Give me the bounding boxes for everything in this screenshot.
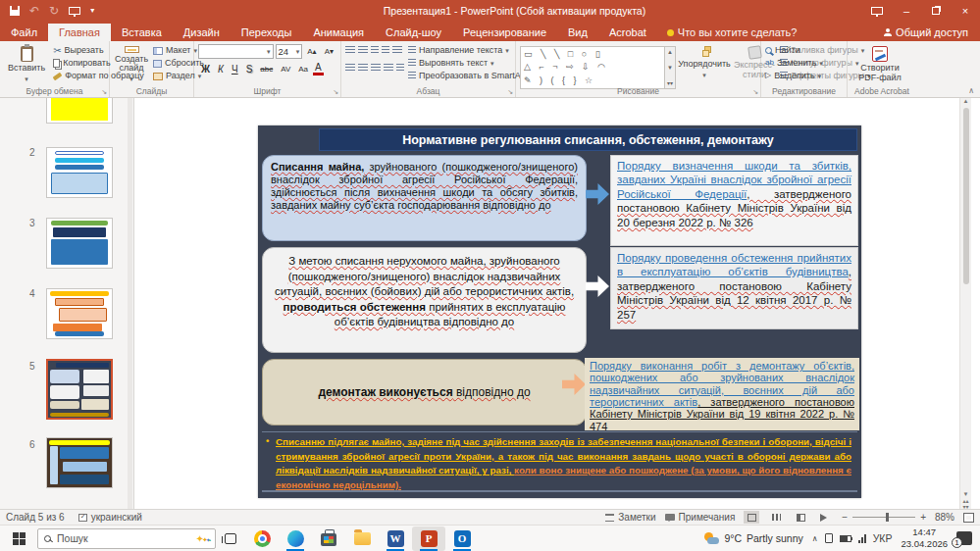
redo-icon[interactable]: ↻ <box>49 5 59 17</box>
zoom-slider[interactable] <box>852 517 915 518</box>
file-explorer-taskbar-button[interactable] <box>345 526 379 551</box>
font-name-select[interactable]: ▾ <box>198 44 274 59</box>
battery-icon[interactable] <box>840 535 851 542</box>
columns-icon[interactable] <box>396 64 404 73</box>
minimize-button[interactable]: – <box>892 0 921 22</box>
slide-sorter-view-button[interactable] <box>768 511 784 524</box>
scroll-down-icon[interactable]: ▼ <box>963 491 969 497</box>
tab-animations[interactable]: Анимация <box>302 24 375 41</box>
align-center-icon[interactable] <box>358 64 368 73</box>
shapes-gallery-scroll[interactable]: ▲ ▼ ▾▾ <box>665 46 676 89</box>
undo-icon[interactable]: ↶ <box>29 5 39 17</box>
font-size-select[interactable]: 24▾ <box>276 44 303 59</box>
justify-icon[interactable] <box>384 64 393 73</box>
bold-button[interactable]: Ж <box>198 63 213 75</box>
tab-slideshow[interactable]: Слайд-шоу <box>375 24 452 41</box>
edge-taskbar-button[interactable] <box>279 526 312 551</box>
slide-thumbnail-4[interactable] <box>46 288 113 339</box>
save-icon[interactable] <box>10 6 20 16</box>
increase-indent-icon[interactable] <box>382 46 389 55</box>
line-spacing-icon[interactable] <box>392 46 402 55</box>
fit-to-window-button[interactable] <box>963 513 974 523</box>
weather-widget[interactable]: 9°C Partly sunny <box>703 532 802 544</box>
your-phone-icon[interactable] <box>825 533 833 543</box>
slide-thumbnail-1[interactable] <box>46 98 113 124</box>
slide-title[interactable]: Нормативне регулювання списання, обстеже… <box>319 128 857 151</box>
order-257-text-box[interactable]: Порядку проведення обстеження прийнятих … <box>610 247 858 329</box>
slide-5[interactable]: Нормативне регулювання списання, обстеже… <box>258 125 861 498</box>
paragraph-dialog-launcher[interactable]: ↘ <box>507 88 513 96</box>
decrease-indent-icon[interactable] <box>371 46 379 55</box>
select-button[interactable]: ▷Выделить▾ <box>765 72 823 81</box>
writeoff-text-box[interactable]: Списання майна, зруйнованого (пошкоджено… <box>262 155 587 241</box>
previous-slide-icon[interactable]: ▴▴ <box>962 499 968 503</box>
language-status[interactable]: украинский <box>78 512 142 523</box>
smartart-button[interactable]: Преобразовать в SmartArt▾ <box>408 72 533 81</box>
shrink-font-button[interactable]: А▾ <box>322 46 336 57</box>
underline-button[interactable]: Ч <box>229 63 241 75</box>
italic-button[interactable]: К <box>215 63 227 75</box>
find-button[interactable]: Найти <box>765 46 823 56</box>
close-button[interactable]: × <box>951 0 980 22</box>
font-dialog-launcher[interactable]: ↘ <box>333 88 338 96</box>
thumbnail-scrollbar[interactable] <box>128 98 132 509</box>
chrome-taskbar-button[interactable] <box>245 526 279 551</box>
slide-thumbnail-3[interactable] <box>46 218 113 269</box>
paste-button[interactable]: Вставить ▾ <box>4 44 49 85</box>
zoom-in-button[interactable]: + <box>920 512 926 523</box>
tab-acrobat[interactable]: Acrobat <box>598 24 657 41</box>
notification-center-button[interactable]: 1 <box>956 531 972 545</box>
align-right-icon[interactable] <box>371 64 381 73</box>
start-button[interactable] <box>0 526 37 551</box>
zoom-level[interactable]: 88% <box>935 512 954 523</box>
footnote-text-box[interactable]: • Списанню підлягає майно, задіяне під ч… <box>262 431 857 492</box>
collapse-ribbon-icon[interactable]: ∧ <box>968 86 974 95</box>
new-slide-button[interactable]: Создать слайд ▾ <box>114 44 149 85</box>
bullets-icon[interactable] <box>345 46 355 55</box>
start-slideshow-icon[interactable] <box>69 7 80 15</box>
create-pdf-button[interactable]: Створити PDF-файл <box>851 44 908 85</box>
tab-file[interactable]: Файл <box>0 24 48 41</box>
word-taskbar-button[interactable]: W <box>379 526 412 551</box>
replace-button[interactable]: abЗаменить▾ <box>765 59 823 69</box>
notes-button[interactable]: Заметки <box>605 512 655 523</box>
inspection-text-box[interactable]: З метою списання нерухомого майна, зруйн… <box>262 247 587 353</box>
change-case-button[interactable]: Aa <box>295 64 311 75</box>
share-button[interactable]: Общий доступ <box>872 24 980 41</box>
slideshow-view-button[interactable] <box>817 511 833 524</box>
network-signal-icon[interactable] <box>858 534 866 543</box>
clock[interactable]: 14:47 23.04.2026 <box>901 526 948 550</box>
strikethrough-button[interactable]: abc <box>257 64 276 75</box>
outlook-taskbar-button[interactable]: O <box>445 526 479 551</box>
character-spacing-button[interactable]: AV <box>278 64 293 75</box>
align-left-icon[interactable] <box>345 64 355 73</box>
task-view-button[interactable] <box>216 533 245 544</box>
arrange-button[interactable]: Упорядочить ▾ <box>680 44 729 85</box>
language-indicator[interactable]: УКР <box>873 532 893 544</box>
tab-design[interactable]: Дизайн <box>173 24 231 41</box>
normal-view-button[interactable] <box>744 511 759 524</box>
taskbar-search-input[interactable]: Пошук ✦✦✦• <box>37 528 216 549</box>
text-direction-button[interactable]: Направление текста▾ <box>408 46 533 56</box>
grow-font-button[interactable]: А▴ <box>304 46 319 57</box>
shapes-gallery[interactable]: ▭ ╲ ╲ □ ○ ▯ △ ⌐ ¬ ⇨ ⇩ ◠ ✎ ) ( { } ☆ <box>520 46 665 89</box>
tab-insert[interactable]: Вставка <box>111 24 173 41</box>
order-257-link[interactable]: Порядку проведення обстеження прийнятих … <box>617 252 851 277</box>
tab-home[interactable]: Главная <box>48 24 111 41</box>
tell-me-box[interactable]: Что вы хотите сделать? <box>657 24 807 41</box>
zoom-slider-thumb[interactable] <box>886 513 889 522</box>
reading-view-button[interactable] <box>793 511 808 524</box>
numbering-icon[interactable] <box>358 46 368 55</box>
vertical-scrollbar[interactable]: ▲ ▼ ▴▴ ▾▾ <box>959 98 971 509</box>
order-326-text-box[interactable]: Порядку визначення шкоди та збитків, зав… <box>610 155 858 246</box>
order-474-text-box[interactable]: Порядку виконання робіт з демонтажу об’є… <box>585 358 859 430</box>
slide-thumbnail-2[interactable] <box>46 147 113 198</box>
restore-button[interactable] <box>921 0 951 22</box>
store-taskbar-button[interactable] <box>312 526 345 551</box>
slide-thumbnail-6[interactable] <box>46 437 113 488</box>
clipboard-dialog-launcher[interactable]: ↘ <box>101 88 107 96</box>
comments-button[interactable]: Примечания <box>665 512 736 523</box>
arrow-row2-icon[interactable] <box>586 275 609 298</box>
shapes-scroll-down-icon[interactable]: ▼ <box>667 65 673 71</box>
tab-view[interactable]: Вид <box>557 24 598 41</box>
